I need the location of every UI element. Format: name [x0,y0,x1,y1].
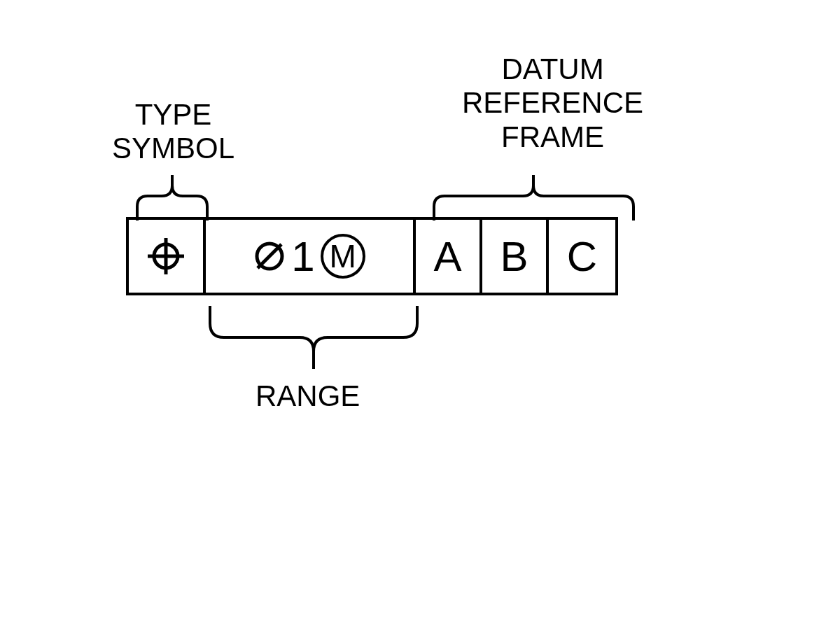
bottom-labels: RANGE [126,295,618,435]
datum-c-cell: C [549,220,615,293]
range-cell: 1 M [206,220,416,293]
type-symbol-cell [129,220,206,293]
datum-a-cell: A [416,220,482,293]
datum-frame-label-line1: DATUM [462,52,643,86]
datum-frame-label-line3: FRAME [462,120,643,154]
datum-frame-label: DATUM REFERENCE FRAME [462,52,643,154]
position-icon [146,237,186,276]
feature-control-frame: 1 M A B C [126,217,618,295]
type-symbol-label: TYPE SYMBOL [112,98,234,166]
fcf-diagram: TYPE SYMBOL DATUM REFERENCE FRAME [126,77,618,435]
brace-bottom-range [206,302,421,372]
brace-top-type [134,172,211,224]
datum-b-cell: B [482,220,549,293]
top-labels: TYPE SYMBOL DATUM REFERENCE FRAME [126,77,618,217]
range-label: RANGE [255,379,360,413]
diameter-icon [253,240,286,272]
datum-frame-label-line2: REFERENCE [462,86,643,120]
range-value: 1 [291,232,314,281]
mmc-modifier: M [321,234,365,279]
brace-top-datum [430,172,637,224]
type-symbol-label-line1: TYPE [112,98,234,132]
type-symbol-label-line2: SYMBOL [112,132,234,165]
